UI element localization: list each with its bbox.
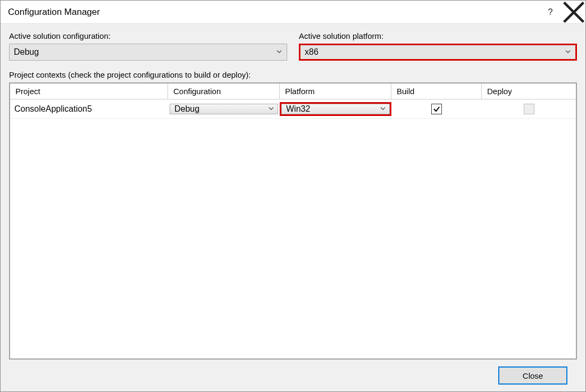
table-row: ConsoleApplication5 Debug Win32 [10, 99, 576, 119]
col-platform[interactable]: Platform [280, 84, 391, 99]
window-title: Configuration Manager [8, 7, 539, 18]
build-checkbox[interactable] [431, 104, 442, 114]
col-configuration[interactable]: Configuration [168, 84, 280, 99]
project-contexts-label: Project contexts (check the project conf… [9, 70, 577, 79]
close-button[interactable]: Close [498, 366, 567, 385]
project-name-cell: ConsoleApplication5 [10, 99, 168, 118]
row-configuration-dropdown[interactable]: Debug [170, 104, 278, 114]
chevron-down-icon [565, 47, 571, 57]
grid-header: Project Configuration Platform Build Dep… [10, 84, 576, 99]
col-project[interactable]: Project [10, 84, 168, 99]
active-platform-value: x86 [305, 47, 319, 57]
active-platform-label: Active solution platform: [299, 31, 577, 40]
active-platform-dropdown[interactable]: x86 [299, 44, 577, 61]
deploy-checkbox [524, 104, 534, 114]
title-bar: Configuration Manager ? [1, 1, 585, 24]
active-config-dropdown[interactable]: Debug [9, 44, 287, 61]
row-platform-dropdown[interactable]: Win32 [281, 104, 390, 114]
col-build[interactable]: Build [391, 84, 482, 99]
chevron-down-icon [380, 104, 386, 114]
row-platform-value: Win32 [286, 104, 310, 114]
project-contexts-grid: Project Configuration Platform Build Dep… [9, 82, 577, 360]
active-config-value: Debug [14, 47, 39, 57]
col-deploy[interactable]: Deploy [482, 84, 576, 99]
close-icon[interactable] [562, 1, 585, 24]
row-configuration-value: Debug [174, 104, 199, 114]
chevron-down-icon [268, 104, 274, 114]
chevron-down-icon [276, 47, 282, 57]
help-button[interactable]: ? [539, 1, 562, 24]
active-config-label: Active solution configuration: [9, 31, 287, 40]
